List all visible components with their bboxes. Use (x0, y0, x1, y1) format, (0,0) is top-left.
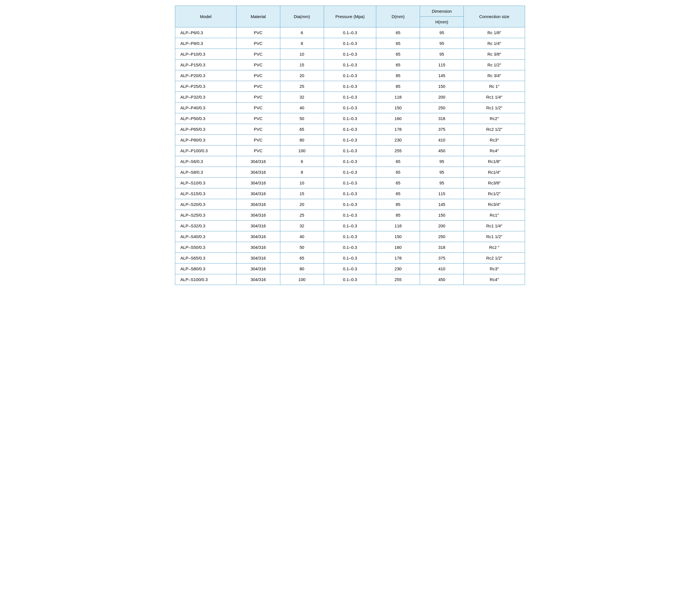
cell-h: 410 (420, 135, 464, 145)
cell-h: 318 (420, 113, 464, 124)
cell-model: ALP–P15/0.3 (175, 59, 236, 70)
cell-h: 250 (420, 102, 464, 113)
cell-material: PVC (236, 145, 280, 156)
table-row: ALP–S32/0.3304/316320.1–0.3118200Rc1 1/4… (175, 221, 525, 231)
cell-d: 85 (376, 210, 420, 221)
cell-d: 255 (376, 145, 420, 156)
cell-h: 95 (420, 178, 464, 188)
cell-connection: Rc 1″ (464, 81, 525, 92)
cell-model: ALP–P25/0.3 (175, 81, 236, 92)
cell-material: 304/316 (236, 253, 280, 264)
table-row: ALP–S20/0.3304/316200.1–0.385145Rc3/4″ (175, 199, 525, 210)
cell-d: 230 (376, 264, 420, 274)
cell-connection: Rc2 1/2″ (464, 253, 525, 264)
cell-material: 304/316 (236, 274, 280, 285)
cell-connection: Rc2″ (464, 113, 525, 124)
cell-pressure: 0.1–0.3 (324, 92, 376, 102)
cell-connection: Rc1 1/2″ (464, 102, 525, 113)
cell-dia: 40 (280, 231, 324, 242)
cell-model: ALP–S32/0.3 (175, 221, 236, 231)
cell-pressure: 0.1–0.3 (324, 221, 376, 231)
cell-connection: Rc1/2″ (464, 188, 525, 199)
cell-material: PVC (236, 113, 280, 124)
cell-pressure: 0.1–0.3 (324, 231, 376, 242)
cell-pressure: 0.1–0.3 (324, 70, 376, 81)
table-row: ALP–P25/0.3PVC250.1–0.385150Rc 1″ (175, 81, 525, 92)
table-row: ALP–P20/0.3PVC200.1–0.385145Rc 3/4″ (175, 70, 525, 81)
cell-model: ALP–S8/0.3 (175, 167, 236, 178)
cell-material: PVC (236, 27, 280, 38)
cell-material: PVC (236, 102, 280, 113)
header-h: H(mm) (420, 17, 464, 27)
cell-model: ALP–P32/0.3 (175, 92, 236, 102)
cell-dia: 15 (280, 188, 324, 199)
cell-model: ALP–S50/0.3 (175, 242, 236, 253)
cell-connection: Rc 3/4″ (464, 70, 525, 81)
header-model: Model (175, 6, 236, 27)
cell-material: 304/316 (236, 210, 280, 221)
cell-pressure: 0.1–0.3 (324, 199, 376, 210)
cell-material: PVC (236, 38, 280, 49)
cell-pressure: 0.1–0.3 (324, 145, 376, 156)
cell-d: 85 (376, 199, 420, 210)
cell-material: 304/316 (236, 264, 280, 274)
cell-dia: 10 (280, 49, 324, 59)
cell-dia: 100 (280, 274, 324, 285)
cell-h: 150 (420, 81, 464, 92)
table-row: ALP–P15/0.3PVC150.1–0.365115Rc 1/2″ (175, 59, 525, 70)
cell-dia: 40 (280, 102, 324, 113)
header-pressure: Pressure (Mpa) (324, 6, 376, 27)
table-row: ALP–S8/0.3304/31680.1–0.36595Rc1/4″ (175, 167, 525, 178)
cell-d: 65 (376, 167, 420, 178)
table-row: ALP–S25/0.3304/316250.1–0.385150Rc1″ (175, 210, 525, 221)
header-connection: Connection size (464, 6, 525, 27)
cell-material: PVC (236, 135, 280, 145)
cell-pressure: 0.1–0.3 (324, 274, 376, 285)
cell-pressure: 0.1–0.3 (324, 38, 376, 49)
cell-h: 95 (420, 38, 464, 49)
cell-connection: Rc 1/8″ (464, 27, 525, 38)
cell-h: 95 (420, 156, 464, 167)
cell-pressure: 0.1–0.3 (324, 102, 376, 113)
cell-connection: Rc3″ (464, 264, 525, 274)
cell-model: ALP–S6/0.3 (175, 156, 236, 167)
cell-dia: 8 (280, 38, 324, 49)
cell-d: 150 (376, 231, 420, 242)
cell-h: 375 (420, 124, 464, 135)
table-row: ALP–S50/0.3304/316500.1–0.3160318Rc2 ″ (175, 242, 525, 253)
cell-material: 304/316 (236, 199, 280, 210)
cell-model: ALP–S10/0.3 (175, 178, 236, 188)
cell-material: PVC (236, 49, 280, 59)
cell-d: 230 (376, 135, 420, 145)
cell-d: 178 (376, 253, 420, 264)
cell-d: 65 (376, 156, 420, 167)
product-table: Model Material Dia(mm) Pressure (Mpa) D(… (175, 6, 525, 285)
cell-material: 304/316 (236, 221, 280, 231)
cell-d: 178 (376, 124, 420, 135)
table-row: ALP–P100/0.3PVC1000.1–0.3255450Rc4″ (175, 145, 525, 156)
cell-connection: Rc2 1/2″ (464, 124, 525, 135)
cell-model: ALP–S80/0.3 (175, 264, 236, 274)
cell-h: 200 (420, 221, 464, 231)
cell-d: 65 (376, 188, 420, 199)
cell-pressure: 0.1–0.3 (324, 124, 376, 135)
cell-pressure: 0.1–0.3 (324, 59, 376, 70)
cell-model: ALP–P50/0.3 (175, 113, 236, 124)
cell-d: 150 (376, 102, 420, 113)
cell-d: 65 (376, 49, 420, 59)
cell-d: 85 (376, 70, 420, 81)
cell-model: ALP–S65/0.3 (175, 253, 236, 264)
cell-model: ALP–P100/0.3 (175, 145, 236, 156)
cell-h: 95 (420, 49, 464, 59)
table-row: ALP–P32/0.3PVC320.1–0.3118200Rc1 1/4″ (175, 92, 525, 102)
cell-connection: Rc1 1/4″ (464, 92, 525, 102)
cell-dia: 25 (280, 81, 324, 92)
cell-d: 65 (376, 38, 420, 49)
header-dimension: Dimension (420, 6, 464, 17)
cell-connection: Rc3/4″ (464, 199, 525, 210)
cell-material: PVC (236, 92, 280, 102)
cell-model: ALP–S20/0.3 (175, 199, 236, 210)
cell-d: 85 (376, 81, 420, 92)
cell-model: ALP–S15/0.3 (175, 188, 236, 199)
cell-h: 95 (420, 167, 464, 178)
